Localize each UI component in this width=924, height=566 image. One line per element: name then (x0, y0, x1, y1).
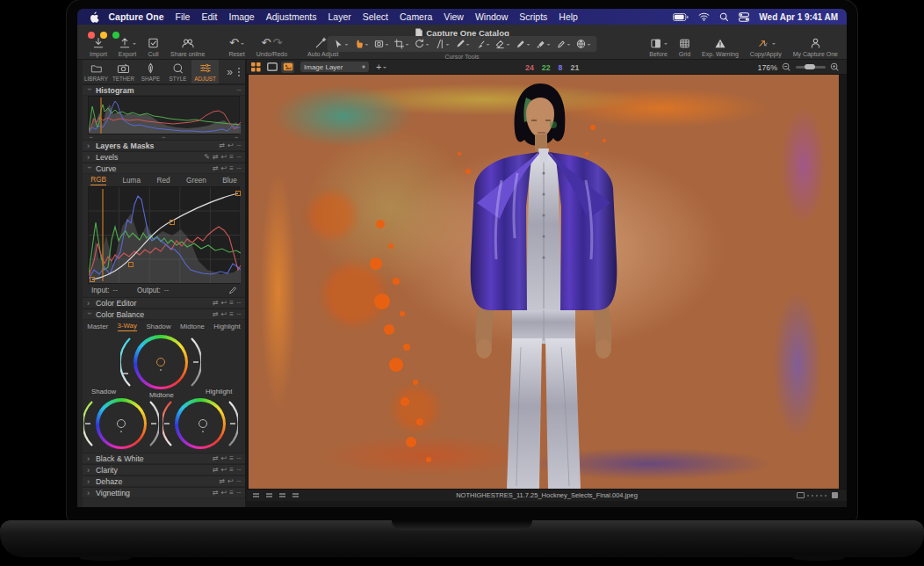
filmstrip-toggle-icon[interactable] (832, 492, 838, 498)
midtone-wheel-cursor[interactable] (156, 358, 165, 366)
copy-icon[interactable]: ⇄ (213, 164, 218, 172)
proof-view-icon[interactable] (281, 62, 294, 73)
list-icon[interactable]: ≡ (229, 153, 233, 161)
shadow-saturation-slider[interactable] (148, 398, 159, 449)
list-icon[interactable]: ≡ (229, 454, 233, 462)
erase-tool[interactable] (495, 39, 510, 49)
midtone-saturation-slider[interactable] (190, 335, 201, 389)
curve-canvas[interactable] (88, 186, 240, 284)
reset-icon[interactable]: ↩ (221, 466, 227, 474)
pen-icon[interactable]: ✎ (204, 153, 209, 161)
menu-image[interactable]: Image (223, 11, 260, 22)
wifi-icon[interactable] (698, 12, 710, 21)
curve-tab-blue[interactable]: Blue (222, 177, 236, 185)
zoom-slider-thumb[interactable] (805, 64, 815, 69)
import-button[interactable]: Import (90, 37, 107, 57)
copy-icon[interactable]: ⇄ (220, 477, 225, 485)
more-icon[interactable]: ··· (236, 153, 241, 161)
levels-panel-header[interactable]: › Levels ✎ ⇄ ↩ ≡ ··· (83, 151, 245, 163)
menu-bar-clock[interactable]: Wed Apr 1 9:41 AM (759, 12, 838, 22)
dehaze-panel-header[interactable]: › Dehaze ⇄ ↩ ··· (83, 475, 245, 487)
reset-icon[interactable]: ↩ (221, 153, 227, 161)
pencil-tool[interactable] (556, 39, 571, 49)
layers-masks-panel-header[interactable]: › Layers & Masks ⇄ ↩ ··· (83, 140, 245, 151)
reset-button[interactable]: ↶ Reset (228, 37, 244, 57)
list-icon[interactable]: ≡ (229, 489, 233, 497)
list-icon[interactable]: ≡ (229, 466, 233, 474)
reset-icon[interactable]: ↩ (221, 310, 227, 318)
list-icon[interactable]: ≡ (229, 164, 233, 172)
midtone-color-wheel[interactable] (134, 335, 188, 389)
clarity-panel-header[interactable]: › Clarity ⇄ ↩ ≡ ··· (83, 464, 245, 475)
reset-icon[interactable]: ↩ (221, 299, 227, 307)
curve-tab-luma[interactable]: Luma (123, 177, 141, 185)
menu-layer[interactable]: Layer (322, 11, 357, 22)
zoom-slider[interactable] (796, 66, 826, 69)
copy-icon[interactable]: ⇄ (213, 466, 218, 474)
export-button[interactable]: Export (119, 37, 136, 57)
expand-tabs-button[interactable]: » (227, 66, 233, 78)
reset-icon[interactable]: ↩ (221, 454, 227, 462)
menu-select[interactable]: Select (357, 11, 393, 22)
straighten-tool[interactable] (435, 39, 450, 49)
more-icon[interactable]: ··· (236, 454, 241, 462)
zoom-in-icon[interactable] (830, 62, 840, 72)
cull-button[interactable]: Cull (148, 37, 159, 57)
tab-tether[interactable]: TETHER (110, 60, 137, 83)
tab-adjust[interactable]: ADJUST (191, 60, 219, 83)
list-icon[interactable]: ≡ (229, 299, 233, 307)
cb-tab-shadow[interactable]: Shadow (146, 323, 170, 330)
redo-icon[interactable]: ↷ (272, 37, 282, 49)
hand-tool[interactable] (354, 39, 369, 49)
apple-menu[interactable] (86, 11, 103, 23)
copy-icon[interactable]: ⇄ (213, 299, 218, 307)
annotations-tool[interactable] (576, 39, 591, 49)
shadow-wheel-cursor[interactable] (117, 419, 126, 428)
tab-style[interactable]: STYLE (164, 60, 191, 83)
menu-file[interactable]: File (170, 11, 196, 22)
more-icon[interactable]: ··· (236, 299, 241, 307)
undo-icon[interactable]: ↶ (261, 37, 271, 49)
fill-mask-tool[interactable] (536, 39, 551, 49)
histogram-panel-header[interactable]: › Histogram ··· (83, 84, 245, 96)
crop-tool[interactable] (394, 39, 409, 49)
highlight-wheel-cursor[interactable] (199, 419, 207, 428)
spotlight-icon[interactable] (719, 12, 729, 22)
menu-scripts[interactable]: Scripts (514, 11, 553, 22)
my-capture-one-button[interactable]: My Capture One (793, 37, 838, 57)
zoom-out-icon[interactable] (782, 62, 791, 72)
midtone-lightness-slider[interactable] (120, 335, 132, 389)
rotate-tool[interactable] (415, 39, 430, 49)
viewer-view-icon[interactable] (265, 62, 278, 73)
menu-window[interactable]: Window (469, 11, 513, 22)
highlight-lightness-slider[interactable] (162, 398, 173, 449)
exposure-warning-button[interactable]: Exp. Warning (702, 37, 739, 57)
curve-tab-rgb[interactable]: RGB (90, 176, 106, 185)
eyedropper-icon[interactable] (227, 287, 236, 295)
vignetting-panel-header[interactable]: › Vignetting ⇄ ↩ ≡ ··· (83, 487, 245, 498)
grid-button[interactable]: Grid (679, 37, 690, 57)
loupe-tool[interactable] (374, 39, 389, 49)
black-white-panel-header[interactable]: › Black & White ⇄ ↩ ≡ ··· (83, 453, 245, 464)
battery-icon[interactable] (673, 13, 689, 21)
menu-view[interactable]: View (438, 11, 470, 22)
reset-icon[interactable]: ↩ (227, 477, 233, 485)
color-balance-panel-header[interactable]: › Color Balance ⇄ ↩ ≡ ··· (83, 308, 245, 320)
copy-icon[interactable]: ⇄ (220, 142, 225, 149)
shadow-lightness-slider[interactable] (83, 398, 94, 449)
curve-tab-green[interactable]: Green (186, 177, 206, 185)
color-picker-tool[interactable] (455, 39, 470, 49)
copy-icon[interactable]: ⇄ (213, 454, 218, 462)
curve-tab-red[interactable]: Red (157, 177, 170, 185)
cb-tab-highlight[interactable]: Highlight (213, 323, 240, 330)
menu-capture-one[interactable]: Capture One (103, 11, 170, 22)
share-online-button[interactable]: Share online (170, 37, 205, 57)
camera-controls[interactable] (253, 493, 299, 497)
before-button[interactable]: Before (649, 37, 668, 57)
copy-icon[interactable]: ⇄ (213, 153, 218, 161)
draw-mask-tool[interactable] (516, 39, 531, 49)
menu-adjustments[interactable]: Adjustments (260, 11, 322, 22)
cb-tab-3way[interactable]: 3-Way (118, 322, 137, 331)
copy-apply-button[interactable]: Copy/Apply (750, 37, 782, 57)
more-icon[interactable]: ··· (236, 489, 241, 497)
